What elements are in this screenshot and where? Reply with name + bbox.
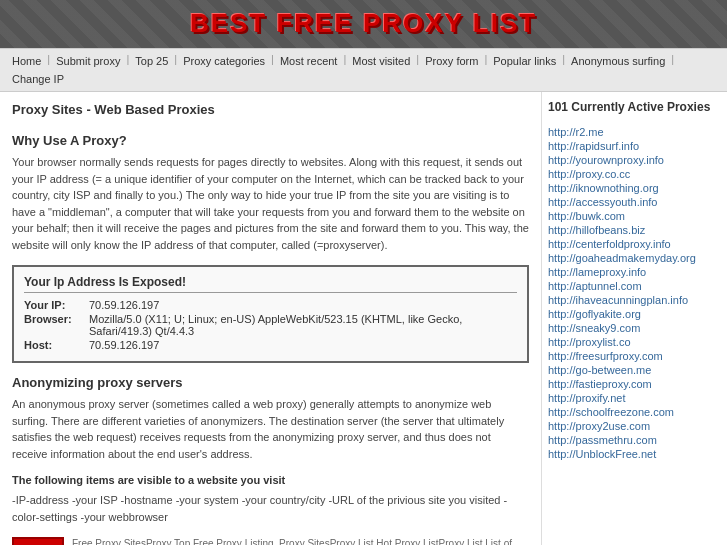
sidebar-link[interactable]: http://goflyakite.org [548, 307, 721, 321]
nav-most-visited[interactable]: Most visited [348, 53, 414, 69]
nav-sep: | [416, 53, 419, 69]
section3-heading: The following items are visible to a web… [12, 474, 529, 486]
sidebar-link[interactable]: http://iknownothing.org [548, 181, 721, 195]
host-value: 70.59.126.197 [89, 339, 159, 351]
sidebar-link[interactable]: http://aptunnel.com [548, 279, 721, 293]
site-header: BEST FREE PROXY LIST [0, 0, 727, 48]
sidebar-link[interactable]: http://hillofbeans.biz [548, 223, 721, 237]
nav-proxy-categories[interactable]: Proxy categories [179, 53, 269, 69]
nav-sep: | [174, 53, 177, 69]
sidebar-link[interactable]: http://proxify.net [548, 391, 721, 405]
sidebar-link[interactable]: http://passmethru.com [548, 433, 721, 447]
nav-proxy-form[interactable]: Proxy form [421, 53, 482, 69]
sidebar-link[interactable]: http://lameproxy.info [548, 265, 721, 279]
nav-sep: | [562, 53, 565, 69]
section2-text: An anonymous proxy server (sometimes cal… [12, 396, 529, 462]
sidebar-link[interactable]: http://go-between.me [548, 363, 721, 377]
nav-sep: | [271, 53, 274, 69]
badge-image: RATEDPROXY [12, 537, 64, 545]
nav-sep: | [343, 53, 346, 69]
main-layout: Proxy Sites - Web Based Proxies Why Use … [0, 92, 727, 545]
sidebar-link[interactable]: http://UnblockFree.net [548, 447, 721, 461]
browser-value: Mozilla/5.0 (X11; U; Linux; en-US) Apple… [89, 313, 517, 337]
browser-label: Browser: [24, 313, 89, 337]
sidebar-link[interactable]: http://r2.me [548, 125, 721, 139]
sidebar-link[interactable]: http://centerfoldproxy.info [548, 237, 721, 251]
nav-sep: | [126, 53, 129, 69]
ip-box-title: Your Ip Address Is Exposed! [24, 275, 517, 293]
host-row: Host: 70.59.126.197 [24, 339, 517, 351]
host-label: Host: [24, 339, 89, 351]
site-title: BEST FREE PROXY LIST [10, 8, 717, 39]
sidebar-link[interactable]: http://rapidsurf.info [548, 139, 721, 153]
ip-label: Your IP: [24, 299, 89, 311]
ip-box: Your Ip Address Is Exposed! Your IP: 70.… [12, 265, 529, 363]
sidebar-link[interactable]: http://proxy2use.com [548, 419, 721, 433]
sidebar-link[interactable]: http://ihaveacunningplan.info [548, 293, 721, 307]
page-title: Proxy Sites - Web Based Proxies [12, 102, 529, 121]
nav-anonymous-surfing[interactable]: Anonymous surfing [567, 53, 669, 69]
sidebar-link[interactable]: http://sneaky9.com [548, 321, 721, 335]
sidebar-link[interactable]: http://buwk.com [548, 209, 721, 223]
nav-top25[interactable]: Top 25 [131, 53, 172, 69]
sidebar-link[interactable]: http://goaheadmakemyday.org [548, 251, 721, 265]
sidebar-link[interactable]: http://proxy.co.cc [548, 167, 721, 181]
nav-sep: | [671, 53, 674, 69]
sidebar-link[interactable]: http://accessyouth.info [548, 195, 721, 209]
sidebar-link[interactable]: http://fastieproxy.com [548, 377, 721, 391]
sidebar-title: 101 Currently Active Proxies [548, 100, 721, 117]
section2-heading: Anonymizing proxy servers [12, 375, 529, 390]
sidebar-link[interactable]: http://schoolfreezone.com [548, 405, 721, 419]
sidebar-link[interactable]: http://freesurfproxy.com [548, 349, 721, 363]
badge-area: RATEDPROXY Free Proxy SitesProxy Top Fre… [12, 537, 529, 545]
section1-text: Your browser normally sends requests for… [12, 154, 529, 253]
section1-heading: Why Use A Proxy? [12, 133, 529, 148]
sidebar-link[interactable]: http://proxylist.co [548, 335, 721, 349]
sidebar-link[interactable]: http://yourownproxy.info [548, 153, 721, 167]
browser-row: Browser: Mozilla/5.0 (X11; U; Linux; en-… [24, 313, 517, 337]
sidebar-link-list[interactable]: http://r2.me http://rapidsurf.info http:… [548, 125, 721, 515]
nav-most-recent[interactable]: Most recent [276, 53, 341, 69]
nav-sep: | [484, 53, 487, 69]
ip-value: 70.59.126.197 [89, 299, 159, 311]
section3-text: -IP-address -your ISP -hostname -your sy… [12, 492, 529, 525]
main-nav: Home | Submit proxy | Top 25 | Proxy cat… [0, 48, 727, 92]
nav-sep: | [47, 53, 50, 69]
badge-text: Free Proxy SitesProxy Top Free Proxy Lis… [72, 537, 529, 545]
right-sidebar: 101 Currently Active Proxies http://r2.m… [542, 92, 727, 545]
nav-popular-links[interactable]: Popular links [489, 53, 560, 69]
nav-submit-proxy[interactable]: Submit proxy [52, 53, 124, 69]
nav-change-ip[interactable]: Change IP [8, 71, 68, 87]
ip-row: Your IP: 70.59.126.197 [24, 299, 517, 311]
nav-home[interactable]: Home [8, 53, 45, 69]
left-content: Proxy Sites - Web Based Proxies Why Use … [0, 92, 542, 545]
